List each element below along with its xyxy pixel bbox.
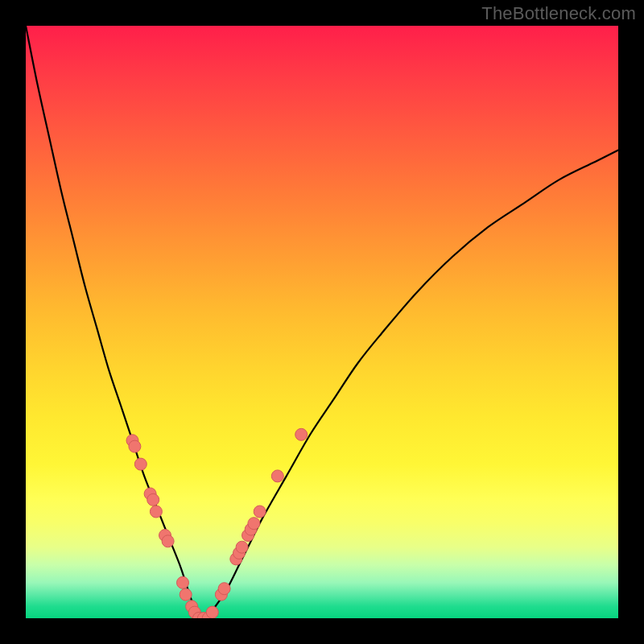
data-point <box>147 493 159 506</box>
data-point <box>162 535 174 547</box>
data-point <box>177 576 189 588</box>
plot-area <box>26 26 618 618</box>
data-point <box>129 440 141 452</box>
bottleneck-curve <box>26 26 618 618</box>
data-point <box>248 518 260 530</box>
data-point <box>150 506 162 518</box>
data-point <box>271 470 283 482</box>
data-point <box>180 588 192 601</box>
data-point <box>254 506 266 518</box>
data-point <box>134 458 147 470</box>
curve-layer <box>26 26 618 618</box>
chart-frame: TheBottleneck.com <box>0 0 644 644</box>
data-point <box>236 541 248 553</box>
watermark-text: TheBottleneck.com <box>481 3 636 24</box>
curve-markers <box>126 428 308 618</box>
data-point <box>206 606 218 618</box>
data-point <box>295 428 308 440</box>
data-point <box>218 583 230 595</box>
